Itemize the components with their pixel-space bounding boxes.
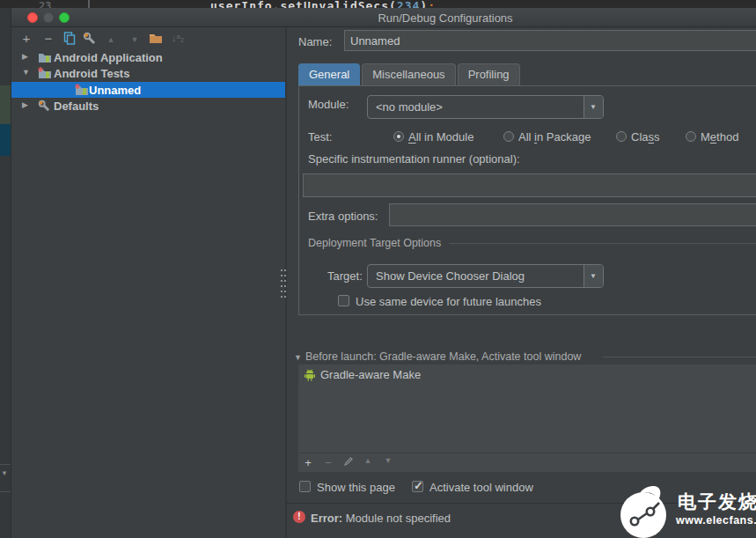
watermark-url: www.elecfans.com (676, 514, 756, 527)
move-task-down-button[interactable]: ▼ (380, 456, 396, 465)
module-value: <no module> (376, 100, 443, 114)
edit-task-button[interactable] (341, 456, 356, 469)
module-label: Module: (308, 98, 349, 111)
background-chevron-icon: ▼ (1, 469, 8, 477)
copy-configuration-button[interactable] (62, 32, 77, 46)
background-block-blue (0, 124, 11, 156)
window-title: Run/Debug Configurations (378, 11, 512, 25)
collapse-arrow-icon[interactable]: ▼ (22, 68, 30, 77)
error-icon: ! (293, 511, 305, 523)
sidebar-item-android-application[interactable]: ▶ Android Application (11, 49, 285, 65)
remove-task-button[interactable]: − (320, 456, 336, 469)
list-item-gradle-aware-make[interactable]: Gradle-aware Make (298, 365, 756, 384)
background-editor-strip: 23 userInfo.setUnvalidSecs(234); (0, 0, 756, 8)
chevron-down-icon: ▼ (590, 103, 597, 111)
android-application-icon (38, 50, 52, 64)
android-robot-icon (304, 368, 318, 382)
zoom-window-button[interactable] (59, 12, 70, 23)
move-down-button[interactable]: ▼ (127, 32, 143, 46)
android-tests-icon (38, 66, 52, 80)
tab-profiling[interactable]: Profiling (458, 63, 520, 85)
radio-all-in-package[interactable] (503, 131, 514, 142)
editor-code-line: userInfo.setUnvalidSecs(234); (210, 0, 436, 8)
show-this-page-label[interactable]: Show this page (317, 481, 395, 494)
watermark-brand: 电子发烧友 (678, 490, 756, 514)
target-select[interactable]: Show Device Chooser Dialog ▼ (367, 264, 604, 288)
run-debug-configurations-dialog: Run/Debug Configurations + − ▲ ▼ ↓ (11, 8, 756, 538)
deployment-section-title: Deployment Target Options (308, 237, 441, 249)
runner-input[interactable] (303, 173, 756, 197)
before-launch-header: Before launch: Gradle-aware Make, Activa… (305, 350, 581, 363)
tab-miscellaneous[interactable]: Miscellaneous (362, 63, 455, 85)
collapse-arrow-icon[interactable]: ▼ (294, 353, 302, 362)
error-label: Error: (311, 512, 342, 525)
chevron-down-icon: ▼ (590, 272, 597, 280)
expand-arrow-icon[interactable]: ▶ (22, 100, 28, 109)
radio-all-in-module-label[interactable]: All in Module (408, 130, 473, 144)
wrench-icon (83, 32, 97, 46)
tab-general[interactable]: General (298, 63, 360, 85)
add-task-button[interactable]: + (300, 456, 316, 469)
watermark: 电子发烧友 www.elecfans.com (616, 483, 756, 538)
background-left-strip: ▼ (0, 8, 11, 538)
sidebar-item-defaults[interactable]: ▶ Defaults (11, 98, 285, 114)
radio-class[interactable] (616, 131, 627, 142)
background-block-green (0, 85, 11, 124)
general-tab-panel: Module: <no module> ▼ Test: All in Modul… (298, 85, 756, 315)
show-this-page-checkbox[interactable] (299, 481, 311, 492)
close-window-button[interactable] (27, 12, 38, 23)
editor-line-number: 23 (39, 0, 51, 8)
sidebar-item-android-tests[interactable]: ▼ Android Tests (11, 65, 285, 81)
sidebar-item-unnamed[interactable]: Unnamed (11, 82, 285, 98)
splitter-grip[interactable] (280, 268, 287, 301)
editor-gutter-line (88, 0, 90, 8)
test-label: Test: (308, 130, 332, 144)
extra-options-label: Extra options: (308, 210, 378, 223)
radio-class-label[interactable]: Class (631, 130, 660, 144)
move-up-button[interactable]: ▲ (103, 32, 119, 46)
target-value: Show Device Chooser Dialog (376, 269, 525, 283)
radio-method-label[interactable]: Method (701, 130, 738, 144)
before-launch-toolbar: + − ▲ ▼ (298, 453, 756, 472)
copy-icon (63, 32, 76, 45)
sort-configurations-button[interactable]: ↓ᵃ₂ (170, 32, 186, 46)
radio-method[interactable] (686, 131, 696, 142)
radio-all-in-package-label[interactable]: All in Package (518, 130, 591, 144)
module-select[interactable]: <no module> ▼ (367, 95, 604, 119)
background-separator (0, 464, 11, 465)
expand-arrow-icon[interactable]: ▶ (22, 52, 28, 61)
folder-icon (149, 32, 163, 44)
minimize-window-button[interactable] (43, 12, 54, 23)
same-device-checkbox[interactable] (338, 295, 349, 306)
pencil-icon (343, 456, 354, 467)
extra-options-input[interactable] (389, 203, 756, 226)
section-rule (449, 243, 756, 244)
screen: 23 userInfo.setUnvalidSecs(234); ▼ Run/D… (0, 0, 756, 538)
activate-tool-window-checkbox[interactable] (412, 481, 423, 492)
target-dropdown-button[interactable]: ▼ (584, 265, 603, 287)
background-separator (0, 491, 11, 492)
create-folder-button[interactable] (148, 32, 164, 46)
defaults-wrench-icon (38, 99, 52, 114)
target-label: Target: (327, 269, 363, 283)
edit-defaults-button[interactable] (82, 32, 98, 46)
radio-all-in-module[interactable] (393, 131, 404, 142)
add-configuration-button[interactable]: + (18, 32, 34, 46)
dialog-titlebar[interactable]: Run/Debug Configurations (11, 8, 756, 27)
section-rule (603, 357, 756, 357)
remove-configuration-button[interactable]: − (40, 32, 56, 46)
activate-tool-window-label[interactable]: Activate tool window (429, 481, 533, 494)
name-input[interactable] (344, 30, 756, 51)
module-dropdown-button[interactable]: ▼ (584, 96, 603, 118)
before-launch-list[interactable]: Gradle-aware Make + − ▲ ▼ (298, 365, 756, 472)
android-test-config-icon (75, 83, 89, 97)
move-task-up-button[interactable]: ▲ (360, 456, 376, 465)
same-device-label[interactable]: Use same device for future launches (356, 295, 541, 308)
elecfans-logo-icon (616, 483, 671, 538)
config-tabs: General Miscellaneous Profiling (298, 63, 522, 85)
error-message: Module not specified (346, 512, 451, 525)
name-label: Name: (298, 35, 332, 48)
runner-label: Specific instrumentation runner (optiona… (308, 152, 520, 166)
